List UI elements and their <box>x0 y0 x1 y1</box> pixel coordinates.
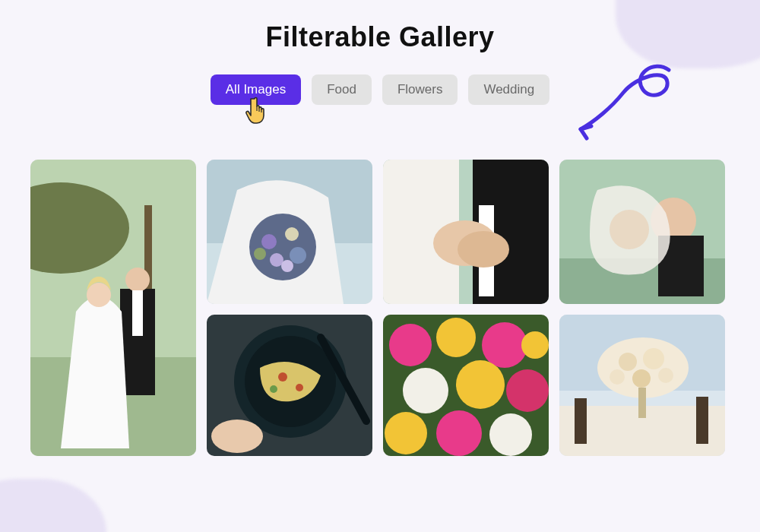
gallery-item[interactable] <box>559 160 725 304</box>
svg-point-25 <box>610 210 649 249</box>
gallery-item[interactable] <box>559 315 725 456</box>
svg-point-34 <box>389 324 432 366</box>
svg-point-38 <box>456 360 505 409</box>
gallery-item[interactable] <box>383 160 549 304</box>
svg-point-11 <box>261 234 277 249</box>
svg-point-13 <box>290 247 306 264</box>
gallery-item[interactable] <box>30 160 196 456</box>
gallery-grid <box>30 160 730 494</box>
filter-all-images[interactable]: All Images <box>211 74 301 105</box>
svg-point-39 <box>506 369 549 412</box>
svg-point-7 <box>87 283 111 307</box>
svg-point-41 <box>436 410 482 456</box>
svg-point-35 <box>436 318 476 357</box>
svg-rect-47 <box>575 398 587 444</box>
gallery-item[interactable] <box>383 315 549 456</box>
filter-food[interactable]: Food <box>312 74 372 105</box>
svg-point-5 <box>125 268 150 292</box>
filter-bar: All Images Food Flowers Wedding <box>30 74 730 105</box>
svg-point-52 <box>632 369 651 388</box>
svg-point-42 <box>489 413 532 456</box>
svg-rect-6 <box>132 290 143 336</box>
svg-point-53 <box>658 368 673 383</box>
gallery-item[interactable] <box>207 160 372 304</box>
svg-point-15 <box>254 248 266 260</box>
svg-point-40 <box>385 412 427 454</box>
svg-point-51 <box>643 348 664 369</box>
svg-point-43 <box>521 331 549 359</box>
svg-point-20 <box>458 231 509 268</box>
svg-point-16 <box>281 260 293 272</box>
svg-point-29 <box>278 372 287 382</box>
svg-point-12 <box>285 227 299 241</box>
svg-point-10 <box>249 214 316 280</box>
svg-point-54 <box>610 369 625 385</box>
gallery-item[interactable] <box>207 315 372 456</box>
svg-rect-48 <box>696 397 708 444</box>
filter-wedding[interactable]: Wedding <box>468 74 549 105</box>
svg-point-30 <box>296 384 303 391</box>
page-title: Filterable Gallery <box>30 21 730 53</box>
svg-point-37 <box>403 368 448 413</box>
svg-point-32 <box>211 420 263 453</box>
svg-point-36 <box>482 322 527 368</box>
svg-point-50 <box>619 353 637 371</box>
filter-flowers[interactable]: Flowers <box>382 74 458 105</box>
svg-point-31 <box>270 385 277 393</box>
svg-rect-55 <box>638 388 646 418</box>
